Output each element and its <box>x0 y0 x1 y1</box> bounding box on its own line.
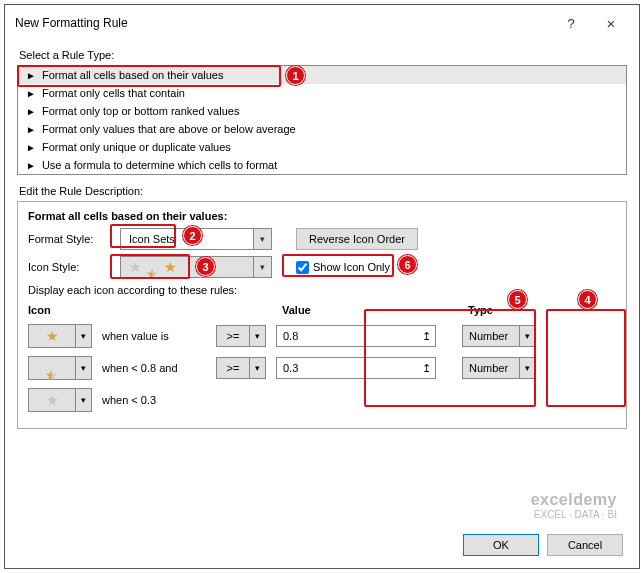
dialog-title: New Formatting Rule <box>15 16 551 30</box>
watermark-logo: exceldemy <box>531 491 617 509</box>
show-icon-only-label: Show Icon Only <box>313 261 390 273</box>
reverse-icon-order-button[interactable]: Reverse Icon Order <box>296 228 418 250</box>
type-combo-2[interactable]: Number ▾ <box>462 357 536 379</box>
value-input-2[interactable]: 0.3 ↥ <box>276 357 436 379</box>
rule-type-text: Format only unique or duplicate values <box>42 141 231 153</box>
icon-rule-row: ★ ▾ when < 0.3 <box>28 388 616 412</box>
bullet-icon: ► <box>26 124 36 135</box>
watermark: exceldemy EXCEL · DATA · BI <box>531 491 617 520</box>
rule-type-text: Format only top or bottom ranked values <box>42 105 239 117</box>
show-icon-only-checkbox[interactable]: Show Icon Only <box>296 261 390 274</box>
desc-title: Format all cells based on their values: <box>28 210 616 222</box>
cancel-button[interactable]: Cancel <box>547 534 623 556</box>
type-value: Number <box>463 330 519 342</box>
dialog-footer: OK Cancel <box>463 534 623 556</box>
format-style-label: Format Style: <box>28 233 112 245</box>
rule-condition-text: when value is <box>102 330 206 342</box>
rule-type-item[interactable]: ► Format only values that are above or b… <box>18 120 626 138</box>
type-value: Number <box>463 362 519 374</box>
select-rule-type-label: Select a Rule Type: <box>19 49 639 61</box>
icon-select-2[interactable]: ★★ ▾ <box>28 356 92 380</box>
ok-button[interactable]: OK <box>463 534 539 556</box>
titlebar: New Formatting Rule ? × <box>5 5 639 43</box>
bullet-icon: ► <box>26 160 36 171</box>
close-button[interactable]: × <box>591 11 631 35</box>
operator-combo-1[interactable]: >= ▾ <box>216 325 266 347</box>
icon-select-3[interactable]: ★ ▾ <box>28 388 92 412</box>
new-formatting-rule-dialog: New Formatting Rule ? × Select a Rule Ty… <box>4 4 640 569</box>
col-type-header: Type <box>468 304 542 316</box>
rule-type-text: Format only values that are above or bel… <box>42 123 296 135</box>
chevron-down-icon: ▾ <box>75 389 91 411</box>
icon-rule-row: ★★ ▾ when < 0.8 and >= ▾ 0.3 ↥ Number ▾ <box>28 356 616 380</box>
show-icon-only-input[interactable] <box>296 261 309 274</box>
col-icon-header: Icon <box>28 304 96 316</box>
star-full-icon: ★ <box>46 329 59 343</box>
chevron-down-icon: ▾ <box>519 326 535 346</box>
chevron-down-icon: ▾ <box>75 357 91 379</box>
rule-description-panel: Format all cells based on their values: … <box>17 201 627 429</box>
icon-style-label: Icon Style: <box>28 261 112 273</box>
star-empty-icon: ★ <box>46 393 59 407</box>
icon-rule-row: ★ ▾ when value is >= ▾ 0.8 ↥ Number ▾ <box>28 324 616 348</box>
rule-type-item[interactable]: ► Use a formula to determine which cells… <box>18 156 626 174</box>
col-value-header: Value <box>282 304 442 316</box>
rule-type-item[interactable]: ► Format only unique or duplicate values <box>18 138 626 156</box>
edit-rule-description-label: Edit the Rule Description: <box>19 185 639 197</box>
rule-condition-text: when < 0.8 and <box>102 362 206 374</box>
display-rule-label: Display each icon according to these rul… <box>28 284 616 296</box>
rule-type-text: Use a formula to determine which cells t… <box>42 159 277 171</box>
rule-type-item[interactable]: ► Format all cells based on their values <box>18 66 626 84</box>
rule-condition-text: when < 0.3 <box>102 394 206 406</box>
chevron-down-icon: ▾ <box>249 326 265 346</box>
value-text: 0.8 <box>277 330 417 342</box>
range-ref-icon[interactable]: ↥ <box>417 362 435 375</box>
chevron-down-icon: ▾ <box>253 257 271 277</box>
chevron-down-icon: ▾ <box>75 325 91 347</box>
chevron-down-icon: ▾ <box>249 358 265 378</box>
rule-type-text: Format all cells based on their values <box>42 69 224 81</box>
value-input-1[interactable]: 0.8 ↥ <box>276 325 436 347</box>
star-full-icon: ★ <box>164 260 177 274</box>
rule-type-list[interactable]: ► Format all cells based on their values… <box>17 65 627 175</box>
bullet-icon: ► <box>26 106 36 117</box>
chevron-down-icon: ▾ <box>253 229 271 249</box>
rule-type-item[interactable]: ► Format only top or bottom ranked value… <box>18 102 626 120</box>
value-text: 0.3 <box>277 362 417 374</box>
type-combo-1[interactable]: Number ▾ <box>462 325 536 347</box>
operator-combo-2[interactable]: >= ▾ <box>216 357 266 379</box>
operator-value: >= <box>217 362 249 374</box>
range-ref-icon[interactable]: ↥ <box>417 330 435 343</box>
icon-rule-header: Icon Value Type <box>28 304 616 316</box>
rule-type-text: Format only cells that contain <box>42 87 185 99</box>
watermark-sub: EXCEL · DATA · BI <box>531 509 617 520</box>
bullet-icon: ► <box>26 142 36 153</box>
chevron-down-icon: ▾ <box>519 358 535 378</box>
bullet-icon: ► <box>26 88 36 99</box>
help-button[interactable]: ? <box>551 11 591 35</box>
operator-value: >= <box>217 330 249 342</box>
rule-type-item[interactable]: ► Format only cells that contain <box>18 84 626 102</box>
icon-select-1[interactable]: ★ ▾ <box>28 324 92 348</box>
bullet-icon: ► <box>26 70 36 81</box>
icon-style-preview: ★ ★★ ★ <box>121 260 253 274</box>
star-empty-icon: ★ <box>129 260 142 274</box>
